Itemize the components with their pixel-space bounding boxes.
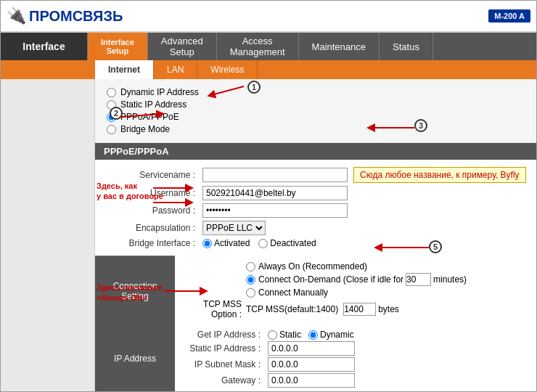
static-ip-field[interactable] <box>268 341 355 356</box>
servicename-row: Servicename : Сюда любое название, к при… <box>95 167 536 183</box>
static-ip-radio-label[interactable]: Static <box>268 330 301 340</box>
tcp-mss-input[interactable] <box>343 303 376 316</box>
gateway-label: Gateway : <box>181 375 268 385</box>
radio-pppoe-input[interactable] <box>107 113 116 122</box>
always-on-row: Always On (Recommended) <box>175 261 536 271</box>
radio-bridge-input[interactable] <box>107 125 116 134</box>
bridge-activated-label[interactable]: Activated <box>202 238 250 248</box>
radio-dynamic-ip-input[interactable] <box>107 88 116 97</box>
logo-text: ПРОМСВЯЗЬ <box>29 8 123 25</box>
radio-pppoe: PPPoA/PPPoE <box>107 112 525 122</box>
nav-interface[interactable]: Interface <box>1 33 88 60</box>
bridge-activated-radio[interactable] <box>202 239 212 248</box>
main-nav: Interface Interface Setup AdvancedSetup … <box>1 33 536 60</box>
encapsulation-select[interactable]: PPPoE LLC <box>202 221 266 235</box>
manually-row: Connect Manually <box>175 287 536 298</box>
dynamic-ip-radio-label[interactable]: Dynamic <box>308 330 354 340</box>
encapsulation-row: Encapsulation : PPPoE LLC <box>95 221 536 235</box>
servicename-input[interactable] <box>202 168 348 182</box>
on-demand-label[interactable]: Connect On-Demand (Close if idle for <box>246 274 403 285</box>
subnet-mask-row: IP Subnet Mask : <box>175 357 536 372</box>
radio-static-ip-label: Static IP Address <box>120 99 186 110</box>
manually-label[interactable]: Connect Manually <box>246 287 328 298</box>
always-on-label[interactable]: Always On (Recommended) <box>246 261 367 271</box>
tcp-mss-label: TCP MSS Option : <box>181 299 246 319</box>
radio-bridge-label: Bridge Mode <box>120 124 170 134</box>
radio-bridge: Bridge Mode <box>107 124 525 134</box>
pppoe-section-header: PPPoE/PPPoA <box>95 143 536 160</box>
nav-advanced-setup[interactable]: AdvancedSetup <box>148 33 217 60</box>
get-ip-label: Get IP Address : <box>181 330 268 340</box>
always-on-radio[interactable] <box>246 262 255 271</box>
logo: 🔌 ПРОМСВЯЗЬ <box>7 7 123 25</box>
bridge-interface-label: Bridge Interface : <box>101 238 202 248</box>
nav-interface-setup[interactable]: Interface Setup <box>88 33 148 60</box>
annotated-wrapper: Dynamic IP Address Static IP Address PPP… <box>95 79 536 391</box>
username-input[interactable] <box>202 186 348 200</box>
main-content: Dynamic IP Address Static IP Address PPP… <box>95 79 536 391</box>
header: 🔌 ПРОМСВЯЗЬ M-200 A <box>1 1 536 33</box>
subnet-mask-input[interactable] <box>268 357 355 372</box>
radio-static-ip: Static IP Address <box>107 99 525 110</box>
model-badge: M-200 A <box>488 9 530 23</box>
ip-address-fields: Get IP Address : Static Dynamic <box>175 325 536 391</box>
password-label: Password : <box>101 205 202 216</box>
servicename-label: Servicename : <box>101 170 202 180</box>
password-input[interactable] <box>202 203 348 218</box>
servicename-hint: Сюда любое название, к примеру, Byfly <box>353 167 526 183</box>
idle-minutes-input[interactable] <box>406 273 431 286</box>
sub-nav-wireless[interactable]: Wireless <box>197 60 258 79</box>
static-ip-row: Static IP Address : <box>175 341 536 356</box>
sub-nav-internet[interactable]: Internet <box>95 60 154 79</box>
username-label: Username : <box>101 188 202 198</box>
gateway-input[interactable] <box>268 373 355 388</box>
ip-address-label: IP Address <box>95 325 175 391</box>
password-row: Password : <box>95 203 536 218</box>
dynamic-ip-radio[interactable] <box>308 330 318 340</box>
radio-static-ip-input[interactable] <box>107 100 116 110</box>
tcp-mss-unit: bytes <box>378 304 399 314</box>
connection-setting-label: Connection Setting <box>95 256 175 325</box>
sidebar <box>1 79 95 391</box>
tcp-mss-row: TCP MSS Option : TCP MSS(default:1400) b… <box>175 299 536 319</box>
sub-nav-lan[interactable]: LAN <box>154 60 197 79</box>
static-ip-radio[interactable] <box>268 330 277 340</box>
encapsulation-label: Encapsulation : <box>101 223 202 233</box>
gateway-row: Gateway : <box>175 373 536 388</box>
radio-pppoe-label: PPPoA/PPPoE <box>120 112 179 122</box>
connection-options: Always On (Recommended) Connect On-Deman… <box>175 256 536 325</box>
radio-dynamic-ip-label: Dynamic IP Address <box>120 87 199 97</box>
manually-radio[interactable] <box>246 288 255 298</box>
pppoe-form: Servicename : Сюда любое название, к при… <box>95 160 536 256</box>
tcp-mss-value: TCP MSS(default:1400) <box>246 304 338 314</box>
ip-address-container: IP Address Get IP Address : Static <box>95 325 536 391</box>
static-ip-field-label: Static IP Address : <box>181 343 268 354</box>
on-demand-row: Connect On-Demand (Close if idle for min… <box>175 273 536 286</box>
subnet-mask-label: IP Subnet Mask : <box>181 359 268 369</box>
bridge-interface-row: Bridge Interface : Activated Deactivated <box>95 238 536 248</box>
nav-access-management[interactable]: AccessManagement <box>217 33 299 60</box>
radio-dynamic-ip: Dynamic IP Address <box>107 87 525 97</box>
nav-status[interactable]: Status <box>380 33 433 60</box>
bridge-deactivated-label[interactable]: Deactivated <box>258 238 316 248</box>
bridge-deactivated-radio[interactable] <box>258 239 268 248</box>
nav-maintenance[interactable]: Maintenance <box>299 33 380 60</box>
logo-icon: 🔌 <box>7 7 26 25</box>
get-ip-row: Get IP Address : Static Dynamic <box>175 330 536 340</box>
bridge-interface-options: Activated Deactivated <box>202 238 316 248</box>
content: Dynamic IP Address Static IP Address PPP… <box>1 79 536 391</box>
on-demand-radio[interactable] <box>246 275 255 285</box>
sub-nav: Internet LAN Wireless <box>1 60 536 79</box>
ip-type-section: Dynamic IP Address Static IP Address PPP… <box>95 79 536 143</box>
username-row: Username : <box>95 186 536 200</box>
connection-setting-container: Connection Setting Always On (Recommende… <box>95 256 536 325</box>
